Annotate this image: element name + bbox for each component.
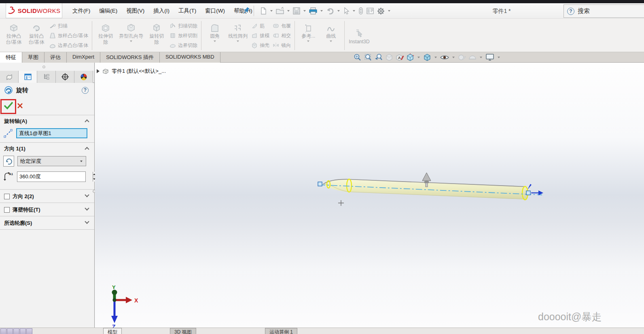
direction2-checkbox[interactable] bbox=[4, 194, 10, 199]
search-box[interactable]: ? 搜索 bbox=[564, 4, 644, 18]
intersect-button[interactable]: 相交 bbox=[273, 31, 291, 40]
reference-caret[interactable] bbox=[307, 40, 309, 42]
extruded-cut-button[interactable]: 拉伸切 除 bbox=[94, 20, 117, 51]
thin-feature-section-header[interactable]: 薄壁特征(T) bbox=[0, 203, 94, 216]
display-style-button[interactable] bbox=[422, 53, 432, 62]
tab-dimxpertmanager[interactable] bbox=[56, 71, 74, 83]
select-caret[interactable] bbox=[353, 10, 355, 12]
right-endpoint-handle[interactable] bbox=[526, 184, 543, 195]
pin-menu-icon[interactable] bbox=[243, 6, 250, 16]
section-view-button[interactable] bbox=[384, 53, 394, 62]
tab-mbd[interactable]: SOLIDWORKS MBD bbox=[160, 52, 220, 63]
display-style-caret[interactable] bbox=[434, 57, 437, 58]
hide-show-items-caret[interactable] bbox=[452, 57, 455, 58]
pm-help-icon[interactable]: ? bbox=[82, 87, 89, 94]
open-button[interactable] bbox=[274, 6, 286, 16]
cancel-button[interactable] bbox=[17, 103, 23, 110]
apply-scene-caret[interactable] bbox=[480, 57, 482, 58]
taskpane-button[interactable] bbox=[365, 6, 375, 16]
thin-feature-checkbox[interactable] bbox=[4, 207, 10, 213]
save-caret[interactable] bbox=[303, 10, 306, 12]
print-button[interactable] bbox=[307, 6, 319, 16]
edit-appearance-button[interactable] bbox=[457, 53, 467, 62]
boundary-button[interactable]: 边界凸台/基体 bbox=[49, 41, 88, 50]
wrap-button[interactable]: 包覆 bbox=[273, 21, 291, 30]
tab-configurationmanager[interactable] bbox=[37, 71, 56, 83]
open-caret[interactable] bbox=[287, 10, 290, 12]
options-caret[interactable] bbox=[388, 10, 390, 12]
collapse-chevron-icon[interactable] bbox=[85, 147, 89, 151]
zoom-fit-button[interactable] bbox=[353, 53, 362, 62]
previous-view-button[interactable] bbox=[374, 53, 383, 62]
nav-button[interactable] bbox=[7, 328, 13, 334]
tab-sketch[interactable]: 草图 bbox=[22, 52, 44, 63]
linear-pattern-caret[interactable] bbox=[237, 40, 239, 42]
sweep-cut-button[interactable]: 扫描切除 bbox=[169, 21, 197, 30]
xpert-button[interactable] bbox=[357, 6, 365, 16]
left-endpoint-handle[interactable] bbox=[318, 182, 322, 186]
save-button[interactable] bbox=[291, 6, 302, 16]
menu-window[interactable]: 窗口(W) bbox=[201, 6, 229, 16]
rib-button[interactable]: 筋 bbox=[251, 21, 269, 30]
undo-caret[interactable] bbox=[337, 10, 340, 12]
fillet-caret[interactable] bbox=[214, 40, 216, 42]
sweep-button[interactable]: 扫描 bbox=[49, 21, 88, 30]
axis-selection-input[interactable] bbox=[16, 128, 87, 138]
tab-featuremanager[interactable] bbox=[0, 71, 19, 83]
hide-show-items-button[interactable] bbox=[439, 53, 450, 62]
search-label[interactable]: 搜索 bbox=[578, 7, 590, 15]
select-button[interactable] bbox=[341, 6, 351, 16]
loft-cut-button[interactable]: 放样切割 bbox=[169, 31, 197, 40]
view-orientation-caret[interactable] bbox=[417, 57, 420, 58]
panel-grip[interactable] bbox=[0, 63, 94, 71]
view-settings-button[interactable] bbox=[485, 53, 495, 62]
menu-view[interactable]: 视图(V) bbox=[122, 6, 149, 16]
tab-motion-study[interactable]: 运动算例 1 bbox=[265, 328, 297, 334]
axis-section-header[interactable]: 旋转轴(A) bbox=[0, 115, 94, 127]
tab-3d-views[interactable]: 3D 视图 bbox=[170, 328, 196, 334]
tab-model[interactable]: 模型 bbox=[103, 328, 122, 334]
direction1-section-header[interactable]: 方向 1(1) bbox=[0, 143, 94, 154]
nav-button[interactable] bbox=[13, 328, 19, 334]
end-condition-select[interactable]: 给定深度 bbox=[17, 156, 86, 166]
tab-evaluate[interactable]: 评估 bbox=[44, 52, 67, 63]
mirror-button[interactable]: 镜向 bbox=[273, 41, 291, 50]
collapse-chevron-icon[interactable] bbox=[85, 119, 89, 124]
options-gear-button[interactable] bbox=[375, 6, 386, 16]
new-document-button[interactable] bbox=[258, 6, 269, 16]
loft-button[interactable]: 放样凸台/基体 bbox=[49, 31, 88, 40]
angle-input[interactable] bbox=[17, 172, 93, 182]
shell-button[interactable]: 抽壳 bbox=[251, 41, 269, 50]
expand-chevron-icon[interactable] bbox=[85, 206, 89, 210]
selected-contours-section-header[interactable]: 所选轮廓(S) bbox=[0, 216, 94, 229]
expand-chevron-icon[interactable] bbox=[85, 192, 89, 197]
linear-pattern-button[interactable]: 线性阵列 bbox=[226, 20, 250, 51]
view-settings-caret[interactable] bbox=[498, 57, 500, 58]
nav-button[interactable] bbox=[20, 328, 26, 334]
direction2-section-header[interactable]: 方向 2(2) bbox=[0, 190, 94, 203]
reference-geometry-button[interactable]: 参考... bbox=[297, 20, 320, 51]
print-caret[interactable] bbox=[320, 10, 323, 12]
curves-button[interactable]: 曲线 bbox=[320, 20, 342, 51]
nav-button[interactable] bbox=[26, 328, 32, 334]
menu-edit[interactable]: 编辑(E) bbox=[95, 6, 122, 16]
instant3d-button[interactable]: Instant3D bbox=[347, 20, 371, 51]
menu-insert[interactable]: 插入(I) bbox=[149, 6, 174, 16]
tab-features[interactable]: 特征 bbox=[0, 52, 22, 63]
help-icon[interactable]: ? bbox=[567, 8, 574, 15]
tab-addins[interactable]: SOLIDWORKS 插件 bbox=[100, 52, 160, 63]
zoom-area-button[interactable] bbox=[363, 53, 373, 62]
apply-scene-button[interactable] bbox=[468, 53, 477, 62]
extruded-boss-button[interactable]: 拉伸凸 台/基体 bbox=[2, 20, 25, 51]
revolved-boss-button[interactable]: 旋转凸 台/基体 bbox=[25, 20, 48, 51]
undo-button[interactable] bbox=[324, 6, 336, 16]
graphics-viewport[interactable]: 零件1 (默认<<默认>_... bbox=[95, 63, 644, 328]
tab-dimxpert[interactable]: DimXpert bbox=[67, 52, 100, 63]
nav-button[interactable] bbox=[0, 328, 6, 334]
solidworks-logo[interactable]: SOLIDWORKS bbox=[6, 3, 62, 18]
menu-tools[interactable]: 工具(T) bbox=[174, 6, 201, 16]
boundary-cut-button[interactable]: 边界切除 bbox=[169, 41, 197, 50]
revolved-cut-button[interactable]: 旋转切 除 bbox=[145, 20, 168, 51]
annotation-views-button[interactable]: A bbox=[395, 53, 405, 62]
hole-wizard-button[interactable]: 异型孔向导 bbox=[117, 20, 145, 51]
